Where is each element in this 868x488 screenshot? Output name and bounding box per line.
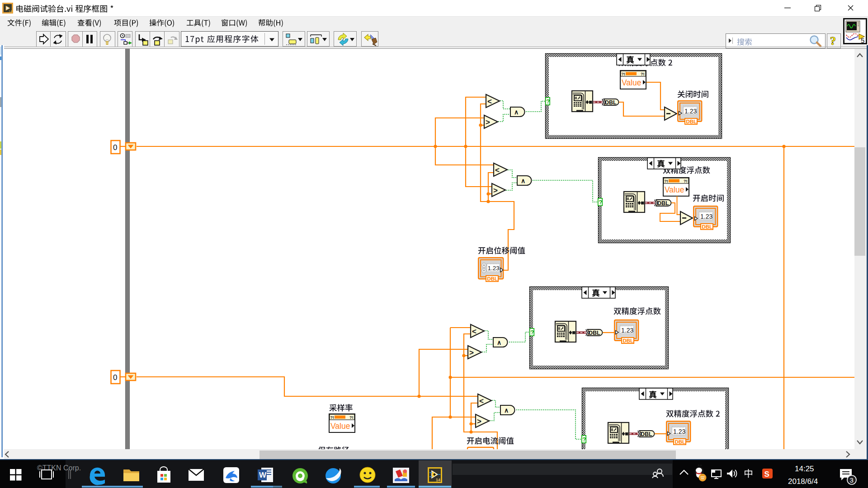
svg-text:?: ?: [830, 34, 836, 47]
svg-text:2018/6/4: 2018/6/4: [788, 477, 818, 486]
svg-text:0: 0: [113, 373, 117, 382]
svg-text:14: 14: [9, 10, 12, 13]
svg-text:14:25: 14:25: [795, 465, 814, 473]
svg-text:0: 0: [113, 143, 117, 152]
svg-text:S: S: [764, 470, 769, 479]
svg-text:W: W: [259, 471, 267, 479]
svg-text:14: 14: [436, 478, 440, 482]
svg-text:5: 5: [861, 37, 864, 44]
svg-text:3: 3: [850, 476, 854, 484]
